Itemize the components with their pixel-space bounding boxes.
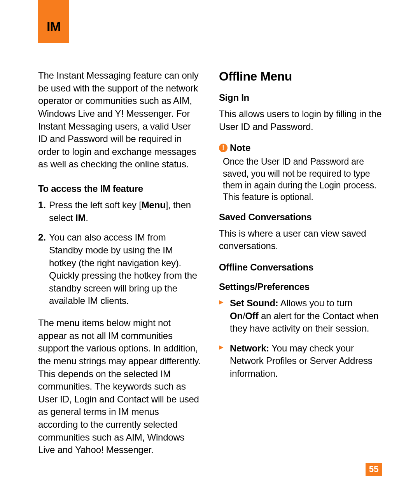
access-step-2: You can also access IM from Standby mode… bbox=[38, 231, 201, 307]
signin-heading: Sign In bbox=[219, 92, 382, 103]
settings-heading: Settings/Preferences bbox=[219, 281, 382, 292]
access-step-1: Press the left soft key [Menu], then sel… bbox=[38, 199, 201, 224]
note-body: Once the User ID and Password are saved,… bbox=[223, 156, 382, 203]
step1-bold-im: IM bbox=[75, 212, 86, 223]
settings-item-network: Network: You may check your Network Prof… bbox=[219, 342, 382, 380]
settings-item-sound: Set Sound: Allows you to turn On/Off an … bbox=[219, 297, 382, 335]
network-label: Network: bbox=[230, 343, 269, 353]
content-columns: The Instant Messaging feature can only b… bbox=[38, 69, 382, 466]
note-label: Note bbox=[230, 142, 250, 153]
set-sound-label: Set Sound: bbox=[230, 298, 278, 308]
note-heading: ! Note bbox=[219, 142, 382, 153]
settings-list: Set Sound: Allows you to turn On/Off an … bbox=[219, 297, 382, 380]
step1-text-e: . bbox=[86, 212, 88, 223]
saved-conv-heading: Saved Conversations bbox=[219, 212, 382, 223]
right-column: Offline Menu Sign In This allows users t… bbox=[219, 69, 382, 466]
offline-menu-heading: Offline Menu bbox=[219, 69, 382, 84]
set-sound-text-b: Allows you to turn bbox=[278, 298, 353, 308]
set-sound-off: Off bbox=[245, 311, 258, 321]
saved-conv-body: This is where a user can view saved conv… bbox=[219, 227, 382, 253]
access-steps-list: Press the left soft key [Menu], then sel… bbox=[38, 199, 201, 307]
signin-body: This allows users to login by filling in… bbox=[219, 108, 382, 133]
intro-paragraph: The Instant Messaging feature can only b… bbox=[38, 69, 201, 171]
set-sound-on: On bbox=[230, 311, 243, 321]
page-number-badge: 55 bbox=[366, 463, 382, 476]
page-number: 55 bbox=[369, 464, 378, 474]
chapter-tab-label: IM bbox=[47, 19, 61, 34]
step1-bold-menu: Menu bbox=[142, 200, 166, 210]
chapter-tab: IM bbox=[38, 0, 69, 43]
manual-page: IM The Instant Messaging feature can onl… bbox=[0, 0, 420, 504]
left-column: The Instant Messaging feature can only b… bbox=[38, 69, 201, 466]
access-heading: To access the IM feature bbox=[38, 183, 201, 194]
offline-conv-heading: Offline Conversations bbox=[219, 262, 382, 273]
alert-icon: ! bbox=[219, 144, 228, 152]
step1-text-a: Press the left soft key [ bbox=[49, 200, 142, 210]
disclaimer-paragraph: The menu items below might not appear as… bbox=[38, 317, 201, 457]
